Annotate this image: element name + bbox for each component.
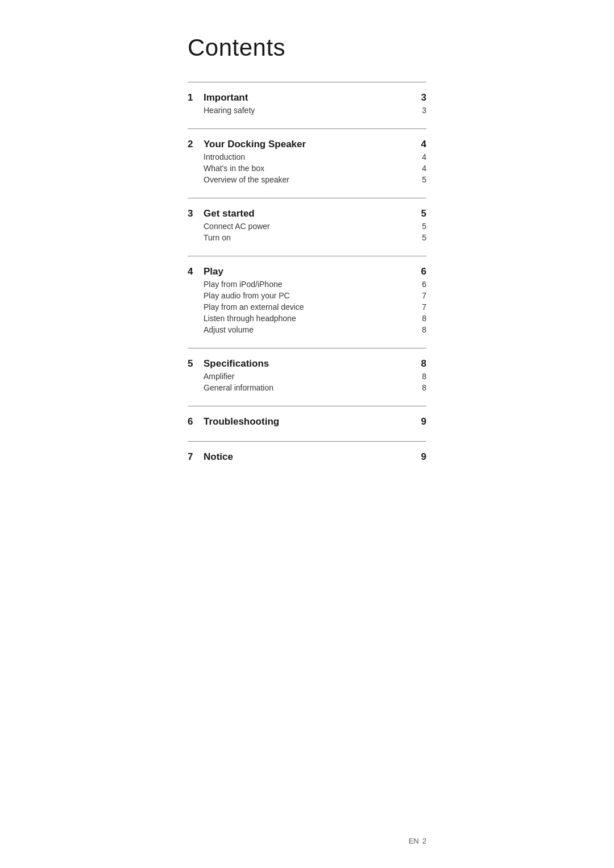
toc-sub-item: Introduction4	[188, 151, 426, 163]
toc-label-1: Important	[204, 92, 415, 103]
toc-label-2: Your Docking Speaker	[204, 139, 415, 150]
toc-sub-item: Listen through headphone8	[188, 313, 426, 324]
toc-sub-label: Turn on	[188, 233, 415, 242]
toc-divider	[188, 198, 426, 198]
toc-sub-item: Hearing safety3	[188, 105, 426, 116]
toc-container: 1Important3Hearing safety32Your Docking …	[188, 82, 426, 476]
toc-divider	[188, 348, 426, 348]
toc-sub-item: Overview of the speaker5	[188, 174, 426, 185]
toc-sub-label: Amplifier	[188, 372, 415, 381]
toc-sub-item: Play from iPod/iPhone6	[188, 279, 426, 290]
toc-sub-page: 8	[415, 314, 426, 323]
toc-section-7: 7Notice9	[188, 450, 426, 464]
toc-page-7: 9	[415, 451, 426, 463]
toc-sub-page: 7	[415, 302, 426, 312]
toc-sub-page: 8	[415, 325, 426, 334]
toc-number-2: 2	[188, 139, 201, 150]
toc-sub-page: 5	[415, 233, 426, 242]
toc-label-5: Specifications	[204, 358, 415, 369]
toc-sub-label: Connect AC power	[188, 222, 415, 231]
toc-sub-page: 8	[415, 372, 426, 381]
toc-number-3: 3	[188, 208, 201, 219]
toc-sub-item: Adjust volume8	[188, 324, 426, 335]
toc-sub-item: What's in the box4	[188, 163, 426, 174]
footer-lang: EN	[409, 837, 419, 845]
toc-divider	[188, 82, 426, 82]
toc-number-7: 7	[188, 451, 201, 463]
toc-sub-item: Connect AC power5	[188, 221, 426, 232]
toc-sub-item: Play from an external device7	[188, 301, 426, 313]
toc-sub-page: 7	[415, 291, 426, 300]
toc-sub-item: Play audio from your PC7	[188, 290, 426, 301]
toc-sub-label: Listen through headphone	[188, 314, 415, 323]
page-title: Contents	[188, 34, 426, 61]
toc-page-4: 6	[415, 266, 426, 277]
toc-sub-page: 3	[415, 106, 426, 115]
toc-sub-page: 5	[415, 222, 426, 231]
toc-page-3: 5	[415, 208, 426, 219]
toc-section-6: 6Troubleshooting9	[188, 414, 426, 429]
toc-label-6: Troubleshooting	[204, 416, 415, 427]
toc-sub-page: 5	[415, 175, 426, 184]
toc-label-4: Play	[204, 266, 415, 277]
footer-page: 2	[422, 837, 426, 845]
toc-sub-label: Overview of the speaker	[188, 175, 415, 184]
toc-sub-page: 4	[415, 164, 426, 173]
toc-sub-page: 6	[415, 280, 426, 289]
toc-page-2: 4	[415, 139, 426, 150]
toc-sub-label: Introduction	[188, 152, 415, 161]
toc-number-5: 5	[188, 358, 201, 369]
footer: EN 2	[409, 837, 426, 845]
toc-sub-label: What's in the box	[188, 164, 415, 173]
toc-section-3: 3Get started5	[188, 206, 426, 221]
toc-sub-item: General information8	[188, 382, 426, 393]
toc-section-2: 2Your Docking Speaker4	[188, 137, 426, 151]
toc-divider	[188, 128, 426, 129]
toc-number-6: 6	[188, 416, 201, 427]
toc-page-1: 3	[415, 92, 426, 103]
toc-sub-label: Play audio from your PC	[188, 291, 415, 300]
toc-section-5: 5Specifications8	[188, 356, 426, 371]
toc-label-7: Notice	[204, 451, 415, 463]
toc-sub-page: 8	[415, 383, 426, 392]
toc-sub-label: Hearing safety	[188, 106, 415, 115]
toc-number-4: 4	[188, 266, 201, 277]
toc-sub-page: 4	[415, 152, 426, 161]
toc-page-6: 9	[415, 416, 426, 427]
toc-sub-label: Adjust volume	[188, 325, 415, 334]
toc-sub-item: Turn on5	[188, 232, 426, 243]
toc-sub-label: Play from iPod/iPhone	[188, 280, 415, 289]
toc-section-1: 1Important3	[188, 90, 426, 105]
page: Contents 1Important3Hearing safety32Your…	[154, 0, 460, 868]
toc-divider	[188, 256, 426, 256]
toc-page-5: 8	[415, 358, 426, 369]
toc-sub-label: General information	[188, 383, 415, 392]
toc-section-4: 4Play6	[188, 264, 426, 279]
toc-label-3: Get started	[204, 208, 415, 219]
toc-sub-label: Play from an external device	[188, 302, 415, 312]
toc-sub-item: Amplifier8	[188, 371, 426, 382]
toc-number-1: 1	[188, 92, 201, 103]
toc-divider	[188, 406, 426, 406]
toc-divider	[188, 441, 426, 442]
